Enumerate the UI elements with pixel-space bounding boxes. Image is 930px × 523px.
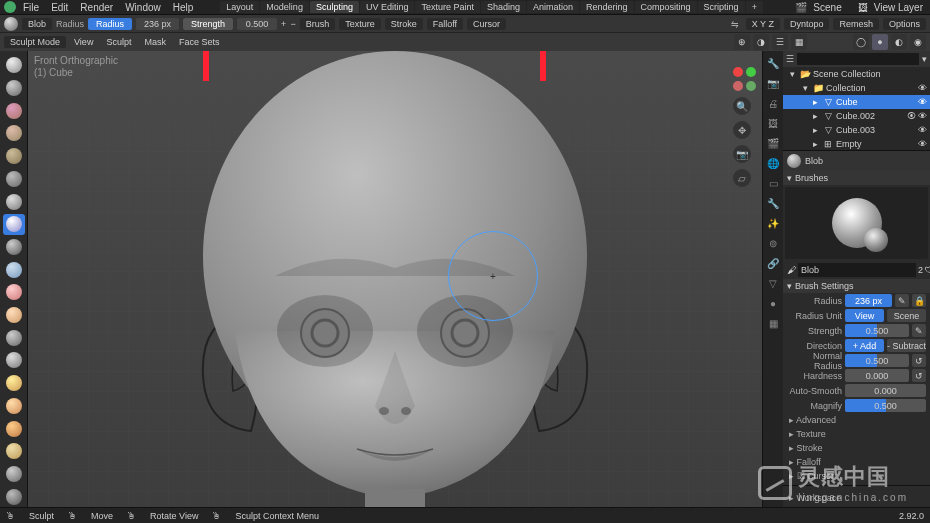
tool-snakehook[interactable] <box>3 418 25 439</box>
normalradius-slider[interactable]: 0.500 <box>845 354 909 367</box>
options-dd[interactable]: Options <box>883 18 926 30</box>
pan-icon[interactable]: ✥ <box>733 121 751 139</box>
remesh-dd[interactable]: Remesh <box>833 18 879 30</box>
ptab-material[interactable]: ● <box>765 295 781 311</box>
shading-solid-icon[interactable]: ● <box>872 34 888 50</box>
tab-scripting[interactable]: Scripting <box>698 1 745 13</box>
brush-dd[interactable]: Brush <box>300 18 336 30</box>
ptab-viewlayer[interactable]: 🖼 <box>765 115 781 131</box>
vis-icon[interactable]: 👁 <box>918 139 927 149</box>
ptab-particles[interactable]: ✨ <box>765 215 781 231</box>
tool-claythumb[interactable] <box>3 146 25 167</box>
brush-preview-icon[interactable] <box>4 17 18 31</box>
sculpt-menu[interactable]: Sculpt <box>101 37 136 47</box>
vis-icon[interactable]: 👁 <box>918 111 927 121</box>
ptab-render[interactable]: 📷 <box>765 75 781 91</box>
tool-inflate[interactable] <box>3 191 25 212</box>
tool-crease[interactable] <box>3 237 25 258</box>
direction-minus-icon[interactable]: − <box>290 19 295 29</box>
scene-selector[interactable]: 🎬Scene <box>792 2 844 13</box>
tool-draw[interactable] <box>3 55 25 76</box>
viewlayer-selector[interactable]: 🖼View Layer <box>855 2 926 13</box>
ptab-scene[interactable]: 🎬 <box>765 135 781 151</box>
overlays-toggle-icon[interactable]: ☰ <box>772 34 788 50</box>
tab-sculpting[interactable]: Sculpting <box>310 1 359 13</box>
ptab-texture[interactable]: ▦ <box>765 315 781 331</box>
direction-subtract[interactable]: - Subtract <box>887 339 926 352</box>
tool-thumb[interactable] <box>3 441 25 462</box>
section-stroke[interactable]: ▸ Stroke <box>783 441 930 455</box>
shading-rendered-icon[interactable]: ◉ <box>910 34 926 50</box>
outliner-display-icon[interactable]: ☰ <box>786 54 794 64</box>
section-advanced[interactable]: ▸ Advanced <box>783 413 930 427</box>
radiusunit-scene[interactable]: Scene <box>887 309 926 322</box>
stroke-dd[interactable]: Stroke <box>385 18 423 30</box>
app-logo-icon[interactable] <box>4 1 16 13</box>
axis-y-icon[interactable] <box>746 67 756 77</box>
ptab-modifiers[interactable]: 🔧 <box>765 195 781 211</box>
menu-window[interactable]: Window <box>120 2 166 13</box>
hardness-slider[interactable]: 0.000 <box>845 369 909 382</box>
3d-viewport[interactable]: Front Orthographic (1) Cube 🔍 ✥ 📷 ▱ <box>28 51 762 507</box>
cursor-dd[interactable]: Cursor <box>467 18 506 30</box>
tab-shading[interactable]: Shading <box>481 1 526 13</box>
vis-icon[interactable]: 👁 <box>918 125 927 135</box>
section-cursor[interactable]: ▸ ☑ Cursor <box>783 469 930 483</box>
tool-layer[interactable] <box>3 169 25 190</box>
persp-icon[interactable]: ▱ <box>733 169 751 187</box>
pressure-radius-icon[interactable]: ✎ <box>895 294 909 307</box>
outliner-search[interactable] <box>797 53 919 65</box>
radiusunit-view[interactable]: View <box>845 309 884 322</box>
fake-user-icon[interactable]: 🛡 <box>925 265 930 275</box>
tool-pose[interactable] <box>3 464 25 485</box>
tab-compositing[interactable]: Compositing <box>635 1 697 13</box>
tab-animation[interactable]: Animation <box>527 1 579 13</box>
reset-icon[interactable]: ↺ <box>912 354 926 367</box>
lock-radius-icon[interactable]: 🔒 <box>912 294 926 307</box>
viewport-nav-gizmo[interactable]: 🔍 ✥ 📷 ▱ <box>733 67 756 187</box>
symmetry-xyz[interactable]: X Y Z <box>746 18 780 30</box>
pressure-strength-icon[interactable]: ✎ <box>912 324 926 337</box>
brush-preview[interactable] <box>785 187 928 259</box>
brush-picker-icon[interactable]: 🖌 <box>787 265 796 275</box>
brush-settings-section[interactable]: ▾Brush Settings <box>783 279 930 293</box>
ptab-constraints[interactable]: 🔗 <box>765 255 781 271</box>
brush-name-field[interactable]: Blob <box>22 18 52 30</box>
tool-nudge[interactable] <box>3 486 25 507</box>
ptab-data[interactable]: ▽ <box>765 275 781 291</box>
section-workspace[interactable]: ▸ Workspace <box>783 491 930 505</box>
ptab-physics[interactable]: ⊚ <box>765 235 781 251</box>
tab-rendering[interactable]: Rendering <box>580 1 634 13</box>
tab-uvediting[interactable]: UV Editing <box>360 1 415 13</box>
outliner-scene-collection[interactable]: ▾📂Scene Collection <box>783 67 930 81</box>
overlay-icon[interactable]: ◑ <box>753 34 769 50</box>
tool-elastic[interactable] <box>3 396 25 417</box>
tool-grab[interactable] <box>3 373 25 394</box>
autosmooth-slider[interactable]: 0.000 <box>845 384 926 397</box>
strength-slider[interactable]: 0.500 <box>845 324 909 337</box>
tool-flatten[interactable] <box>3 282 25 303</box>
vis-icon[interactable]: 👁 <box>918 83 927 93</box>
outliner-row[interactable]: ▸▽Cube.003👁 <box>783 123 930 137</box>
magnify-slider[interactable]: 0.500 <box>845 399 926 412</box>
menu-help[interactable]: Help <box>168 2 199 13</box>
tool-smooth[interactable] <box>3 259 25 280</box>
shading-matprev-icon[interactable]: ◐ <box>891 34 907 50</box>
axis-neg-y-icon[interactable] <box>746 81 756 91</box>
tool-pinch[interactable] <box>3 350 25 371</box>
outliner-row[interactable]: ▸▽Cube👁 <box>783 95 930 109</box>
facesets-menu[interactable]: Face Sets <box>174 37 225 47</box>
ptab-tool[interactable]: 🔧 <box>765 55 781 71</box>
brush-name-input[interactable] <box>798 263 916 277</box>
mask-menu[interactable]: Mask <box>139 37 171 47</box>
mirror-icon[interactable]: ⇋ <box>728 17 742 31</box>
mode-select[interactable]: Sculpt Mode <box>4 36 66 48</box>
direction-add[interactable]: + Add <box>845 339 884 352</box>
outliner-filter-icon[interactable]: ▾ <box>922 54 927 64</box>
menu-edit[interactable]: Edit <box>46 2 73 13</box>
shading-wire-icon[interactable]: ◯ <box>853 34 869 50</box>
tool-fill[interactable] <box>3 305 25 326</box>
texture-dd[interactable]: Texture <box>339 18 381 30</box>
falloff-dd[interactable]: Falloff <box>427 18 463 30</box>
radius-slider[interactable]: 236 px <box>845 294 892 307</box>
